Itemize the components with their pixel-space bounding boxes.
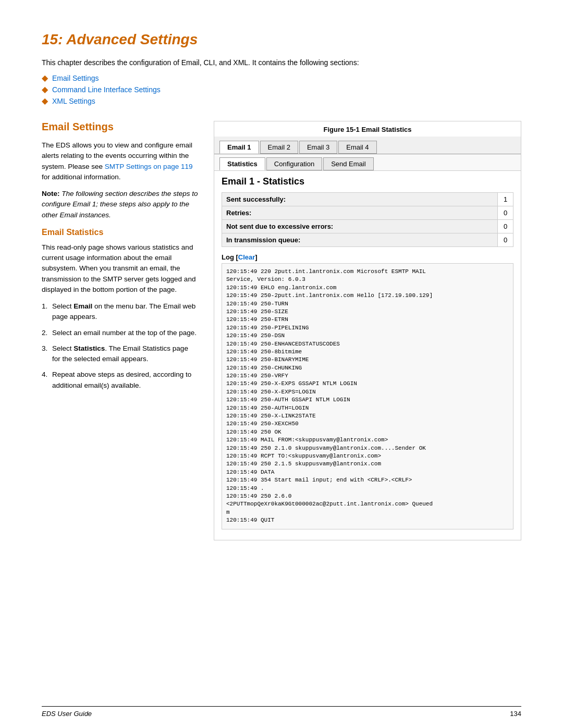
log-content: 120:15:49 220 2putt.int.lantronix.com Mi…: [222, 263, 513, 529]
note-label: Note:: [42, 190, 60, 198]
figure-container: Figure 15-1 Email Statistics Email 1 Ema…: [214, 121, 521, 540]
stat-label-queue: In transmission queue:: [222, 233, 498, 247]
footer-page-number: 134: [510, 710, 521, 718]
toc-link-cli[interactable]: Command Line Interface Settings: [52, 85, 161, 94]
note-body: The following section describes the step…: [42, 190, 198, 219]
footer-left-text: EDS User Guide: [42, 710, 92, 718]
stat-value-errors: 0: [498, 220, 513, 233]
tab-statistics[interactable]: Statistics: [219, 157, 265, 170]
stats-table: Sent successfully: 1 Retries: 0 Not sent…: [222, 192, 513, 247]
email-tabs: Email 1 Email 2 Email 3 Email 4: [214, 137, 521, 154]
log-label: Log: [222, 253, 234, 261]
main-content-section: Email Settings The EDS allows you to vie…: [42, 121, 521, 540]
toc-item-email[interactable]: ◆ Email Settings: [42, 74, 521, 82]
stat-row-sent: Sent successfully: 1: [222, 193, 513, 206]
email-statistics-description: This read-only page shows various statis…: [42, 242, 198, 295]
statistics-panel: Email 1 - Statistics Sent successfully: …: [214, 171, 521, 535]
email-settings-description: The EDS allows you to view and configure…: [42, 140, 198, 182]
stat-label-retries: Retries:: [222, 206, 498, 220]
chapter-intro: This chapter describes the configuration…: [42, 58, 521, 67]
stat-label-sent: Sent successfully:: [222, 193, 498, 206]
toc-item-cli[interactable]: ◆ Command Line Interface Settings: [42, 85, 521, 94]
stat-value-retries: 0: [498, 206, 513, 220]
toc-link-xml[interactable]: XML Settings: [52, 97, 95, 105]
email-settings-note: Note: The following section describes th…: [42, 189, 198, 220]
tab-configuration[interactable]: Configuration: [266, 157, 322, 170]
step-1: Select Email on the menu bar. The Email …: [42, 301, 198, 323]
bullet-icon: ◆: [42, 85, 48, 94]
step-4: Repeat above steps as desired, according…: [42, 369, 198, 391]
toc-list: ◆ Email Settings ◆ Command Line Interfac…: [42, 74, 521, 105]
tab-email-2[interactable]: Email 2: [260, 141, 298, 154]
bullet-icon: ◆: [42, 97, 48, 105]
chapter-title: 15: Advanced Settings: [42, 31, 521, 48]
steps-list: Select Email on the menu bar. The Email …: [42, 301, 198, 391]
sub-tabs: Statistics Configuration Send Email: [214, 154, 521, 171]
stat-value-queue: 0: [498, 233, 513, 247]
tab-send-email[interactable]: Send Email: [323, 157, 373, 170]
stat-value-sent: 1: [498, 193, 513, 206]
step-2: Select an email number at the top of the…: [42, 328, 198, 338]
tab-email-3[interactable]: Email 3: [299, 141, 337, 154]
right-column: Figure 15-1 Email Statistics Email 1 Ema…: [214, 121, 521, 540]
stat-row-errors: Not sent due to excessive errors: 0: [222, 220, 513, 233]
stat-row-queue: In transmission queue: 0: [222, 233, 513, 247]
toc-link-email[interactable]: Email Settings: [52, 74, 99, 82]
left-column: Email Settings The EDS allows you to vie…: [42, 121, 198, 540]
clear-log-link[interactable]: Clear: [238, 253, 255, 261]
figure-caption: Figure 15-1 Email Statistics: [214, 121, 521, 137]
email-statistics-subheading: Email Statistics: [42, 228, 198, 237]
bullet-icon: ◆: [42, 74, 48, 82]
stat-label-errors: Not sent due to excessive errors:: [222, 220, 498, 233]
stats-panel-title: Email 1 - Statistics: [222, 176, 513, 187]
email-settings-heading: Email Settings: [42, 121, 198, 133]
step-3: Select Statistics. The Email Statistics …: [42, 343, 198, 365]
stat-row-retries: Retries: 0: [222, 206, 513, 220]
tab-email-1[interactable]: Email 1: [219, 141, 259, 154]
smtp-link[interactable]: SMTP Settings on page 119: [105, 163, 193, 170]
log-header: Log [Clear]: [222, 253, 513, 261]
toc-item-xml[interactable]: ◆ XML Settings: [42, 97, 521, 105]
page-footer: EDS User Guide 134: [42, 706, 521, 718]
tab-email-4[interactable]: Email 4: [338, 141, 376, 154]
